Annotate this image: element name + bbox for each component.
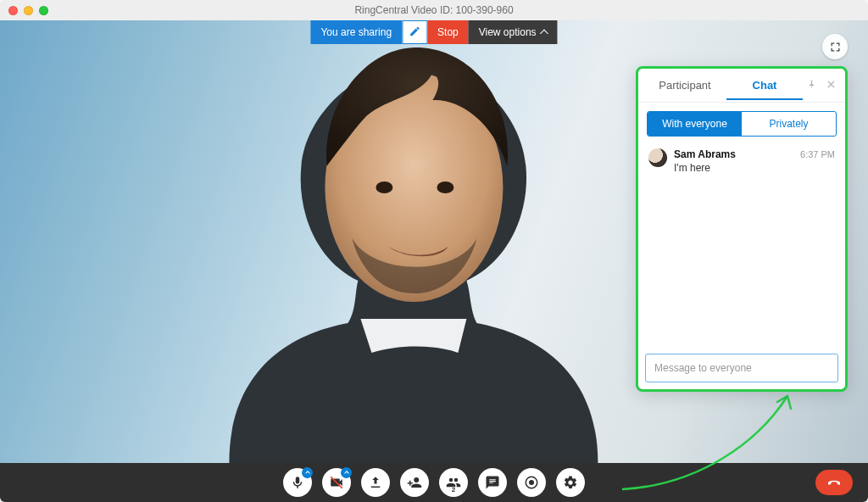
meeting-toolbar: 2 (0, 463, 868, 502)
minimize-window-button[interactable] (24, 6, 33, 15)
annotate-button[interactable] (402, 20, 427, 44)
mic-icon (290, 475, 305, 490)
sharing-status-label: You are sharing (310, 20, 402, 44)
chat-panel: Participant Chat With everyone Privately… (636, 66, 848, 392)
gear-icon (563, 475, 578, 490)
share-icon (368, 475, 383, 490)
close-icon[interactable] (826, 79, 837, 92)
sharing-bar: You are sharing Stop View options (310, 20, 557, 44)
record-button[interactable] (517, 468, 546, 497)
chat-message-content: Sam Abrams 6:37 PM I'm here (674, 148, 835, 174)
svg-point-5 (529, 480, 534, 485)
settings-button[interactable] (556, 468, 585, 497)
avatar (648, 148, 667, 167)
camera-off-icon (329, 475, 344, 490)
end-call-button[interactable] (815, 470, 853, 495)
fullscreen-button[interactable] (822, 34, 848, 59)
window-title: RingCentral Video ID: 100-390-960 (0, 4, 868, 16)
window-controls (8, 6, 48, 15)
chat-header-actions (806, 79, 837, 92)
app-window: RingCentral Video ID: 100-390-960 You ar… (0, 0, 868, 502)
participants-button[interactable]: 2 (439, 468, 468, 497)
scope-everyone-button[interactable]: With everyone (648, 112, 742, 136)
chat-tabs: Participant Chat (638, 69, 845, 103)
message-author: Sam Abrams (674, 148, 736, 160)
share-button[interactable] (361, 468, 390, 497)
stop-sharing-button[interactable]: Stop (427, 20, 469, 44)
add-person-icon (407, 475, 422, 490)
chevron-up-icon (540, 30, 548, 38)
pen-icon (409, 25, 420, 40)
message-text: I'm here (674, 162, 835, 174)
participant-video (178, 39, 619, 463)
chat-input[interactable] (645, 354, 838, 382)
chevron-up-icon (302, 467, 313, 478)
pin-icon[interactable] (806, 79, 817, 92)
record-icon (524, 475, 539, 490)
tab-chat[interactable]: Chat (726, 72, 803, 100)
svg-point-1 (376, 181, 392, 193)
view-options-label: View options (479, 26, 537, 38)
invite-button[interactable] (400, 468, 429, 497)
phone-hangup-icon (826, 475, 842, 490)
zoom-window-button[interactable] (39, 6, 48, 15)
svg-point-2 (437, 181, 453, 193)
chat-input-container (638, 347, 845, 389)
chat-messages: Sam Abrams 6:37 PM I'm here (638, 145, 845, 347)
message-time: 6:37 PM (800, 149, 835, 159)
participant-count-badge: 2 (452, 486, 455, 494)
scope-private-button[interactable]: Privately (742, 112, 836, 136)
chat-button[interactable] (478, 468, 507, 497)
expand-icon (829, 41, 842, 53)
chat-message: Sam Abrams 6:37 PM I'm here (648, 148, 835, 174)
chevron-up-icon (341, 467, 352, 478)
chat-scope-toggle: With everyone Privately (647, 111, 837, 137)
tab-participant[interactable]: Participant (647, 72, 723, 98)
close-window-button[interactable] (8, 6, 18, 15)
camera-button[interactable] (322, 468, 351, 497)
mute-button[interactable] (283, 468, 312, 497)
chat-icon (485, 475, 500, 490)
title-bar: RingCentral Video ID: 100-390-960 (0, 0, 868, 20)
view-options-button[interactable]: View options (469, 20, 558, 44)
